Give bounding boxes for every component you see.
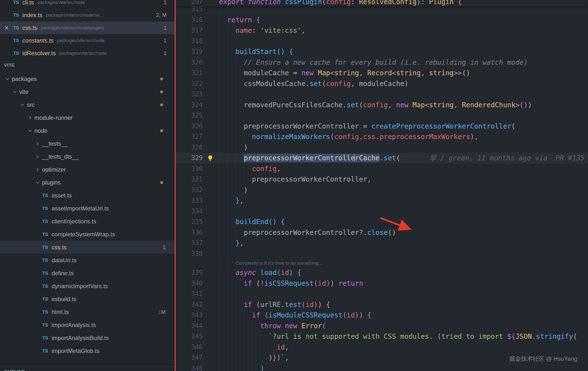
- line-number[interactable]: 321: [176, 68, 203, 78]
- chevron-down-icon[interactable]: [26, 128, 34, 133]
- line-number[interactable]: 326: [176, 121, 203, 132]
- code-line[interactable]: 319buildStart() {: [176, 46, 588, 57]
- line-number[interactable]: 334: [176, 206, 203, 217]
- code-line[interactable]: 328): [176, 142, 588, 153]
- code-line[interactable]: 320// Ensure a new cache for every build…: [176, 57, 588, 68]
- code-line[interactable]: 339async load(id) {: [176, 267, 588, 278]
- chevron-right-icon[interactable]: [26, 115, 34, 120]
- tree-row-importMetaGlobts[interactable]: TSimportMetaGlob.ts: [0, 344, 175, 357]
- sidebar-resize-sash[interactable]: [175, 0, 176, 371]
- tree-row-completeSystemWrapts[interactable]: TScompleteSystemWrap.ts: [0, 228, 175, 241]
- open-editor-row[interactable]: TScli.tspackages/vite/src/node1: [0, 0, 175, 9]
- chevron-right-icon[interactable]: [33, 167, 42, 172]
- tree-row-importAnalysisBuildts[interactable]: TSimportAnalysisBuild.ts: [0, 331, 175, 344]
- tree-row-importAnalysists[interactable]: TSimportAnalysis.ts: [0, 318, 175, 331]
- open-editor-row[interactable]: TSidResolver.tspackages/vite/src/node1: [0, 47, 175, 60]
- tree-row-dynamicImportVarsts[interactable]: TSdynamicImportVars.ts: [0, 280, 175, 293]
- line-number[interactable]: 322: [176, 78, 203, 89]
- code-line[interactable]: 326preprocessorWorkerController = create…: [176, 121, 588, 132]
- line-number[interactable]: 343: [176, 310, 203, 321]
- code-line[interactable]: 327normalizeMaxWorkers(config.css.prepro…: [176, 131, 588, 142]
- code-line[interactable]: 325: [176, 110, 588, 121]
- tree-row-clientInjectionsts[interactable]: TSclientInjections.ts: [0, 215, 175, 228]
- line-number[interactable]: 341: [176, 289, 203, 299]
- line-number[interactable]: 330: [176, 164, 203, 174]
- chevron-down-icon[interactable]: [3, 76, 12, 81]
- tree-row-plugins[interactable]: plugins: [0, 176, 175, 189]
- line-number[interactable]: 332: [176, 185, 203, 196]
- code-line[interactable]: 330config,: [176, 164, 588, 174]
- tree-row-src[interactable]: src: [0, 98, 175, 111]
- code-line[interactable]: 341: [176, 289, 588, 299]
- line-number[interactable]: 327: [176, 131, 203, 142]
- tree-row-dataUrits[interactable]: TSdataUri.ts: [0, 254, 175, 267]
- code-line[interactable]: 337},: [176, 238, 588, 249]
- code-line[interactable]: 344throw new Error(: [176, 321, 588, 331]
- code-line[interactable]: 317name: 'vite:css',: [176, 25, 588, 36]
- line-number[interactable]: 328: [176, 142, 203, 153]
- code-line[interactable]: 340if (!isCSSRequest(id)) return: [176, 278, 588, 289]
- code-line[interactable]: 318: [176, 36, 588, 47]
- code-line[interactable]: 322cssModulesCache.set(config, moduleCac…: [176, 78, 588, 89]
- line-number[interactable]: 345: [176, 331, 203, 342]
- tree-row-assetImportMetaUrlts[interactable]: TSassetImportMetaUrl.ts: [0, 202, 175, 215]
- tree-row-definets[interactable]: TSdefine.ts: [0, 267, 175, 280]
- code-line[interactable]: 321moduleCache = new Map<string, Record<…: [176, 68, 588, 78]
- chevron-down-icon[interactable]: [33, 180, 42, 185]
- code-line[interactable]: 329preprocessorWorkerControllerCache.set…: [176, 153, 588, 164]
- line-number[interactable]: 346: [176, 342, 203, 353]
- line-number[interactable]: 340: [176, 278, 203, 289]
- line-number[interactable]: 347: [176, 352, 203, 363]
- open-editor-row[interactable]: TSindex.tspackages/vite/src/node/se...2,…: [0, 9, 175, 22]
- line-number[interactable]: 335: [176, 217, 203, 227]
- chevron-right-icon[interactable]: [33, 141, 42, 146]
- open-editor-row[interactable]: ×TScss.tspackages/vite/src/node/plugins1: [0, 22, 175, 34]
- code-line[interactable]: 332): [176, 185, 588, 196]
- tree-row-cssts[interactable]: TScss.ts1: [0, 241, 175, 254]
- code-line[interactable]: 348): [176, 363, 588, 371]
- line-number[interactable]: 319: [176, 46, 203, 57]
- line-number[interactable]: 317: [176, 25, 203, 36]
- chevron-right-icon[interactable]: [33, 154, 42, 159]
- code-line[interactable]: 338: [176, 249, 588, 259]
- line-number[interactable]: 336: [176, 227, 203, 238]
- line-number[interactable]: 320: [176, 57, 203, 68]
- chevron-down-icon[interactable]: [10, 89, 19, 94]
- lightbulb-icon[interactable]: [203, 153, 219, 164]
- line-number[interactable]: 333: [176, 195, 203, 206]
- code-editor[interactable]: 315316return {317name: 'vite:css',318319…: [176, 0, 588, 371]
- open-editor-row[interactable]: TSconstants.tspackages/vite/src/node1: [0, 34, 175, 47]
- line-number[interactable]: 323: [176, 89, 203, 100]
- line-number[interactable]: 337: [176, 238, 203, 249]
- code-line[interactable]: 345`?url is not supported with CSS modul…: [176, 331, 588, 342]
- code-line[interactable]: 343if (isModuleCSSRequest(id)) {: [176, 310, 588, 321]
- code-line[interactable]: 297export function cssPlugin(config: Res…: [176, 0, 588, 6]
- tree-row-packages[interactable]: packages: [0, 72, 175, 85]
- tree-row-htmlts[interactable]: TShtml.ts↓M: [0, 306, 175, 318]
- sticky-scroll-line[interactable]: 297export function cssPlugin(config: Res…: [176, 0, 588, 6]
- tree-row-assetts[interactable]: TSasset.ts: [0, 189, 175, 202]
- code-line[interactable]: 323: [176, 89, 588, 100]
- tree-row-node[interactable]: node: [0, 124, 175, 137]
- tree-row-esbuildts[interactable]: TSesbuild.ts: [0, 293, 175, 306]
- line-number[interactable]: 329: [176, 153, 203, 164]
- code-line[interactable]: 324removedPureCssFilesCache.set(config, …: [176, 100, 588, 110]
- code-line[interactable]: 331preprocessorWorkerController,: [176, 174, 588, 185]
- line-number[interactable]: 297: [176, 0, 203, 6]
- tree-row-optimizer[interactable]: optimizer: [0, 163, 175, 176]
- line-number[interactable]: 316: [176, 15, 203, 25]
- tree-row-module-runner[interactable]: module-runner: [0, 111, 175, 124]
- close-icon[interactable]: ×: [0, 22, 13, 34]
- code-lens-row[interactable]: Complexity is 8 It's time to do somethin…: [176, 259, 588, 267]
- code-line[interactable]: 334: [176, 206, 588, 217]
- line-number[interactable]: 342: [176, 299, 203, 310]
- line-number[interactable]: 331: [176, 174, 203, 185]
- tree-row-__tests_dts__[interactable]: __tests_dts__: [0, 150, 175, 163]
- explorer-section-header[interactable]: VITE: [0, 63, 175, 68]
- tree-row-vite[interactable]: vite: [0, 85, 175, 98]
- line-number[interactable]: 344: [176, 321, 203, 331]
- line-number[interactable]: 348: [176, 363, 203, 371]
- line-number[interactable]: 339: [176, 267, 203, 278]
- line-number[interactable]: 338: [176, 249, 203, 259]
- line-number[interactable]: 325: [176, 110, 203, 121]
